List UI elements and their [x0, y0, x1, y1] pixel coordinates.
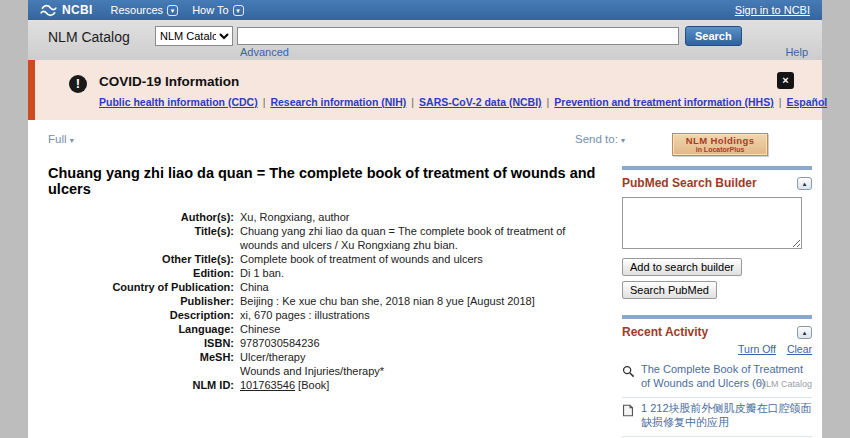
field-value: Di 1 ban. [240, 266, 284, 280]
search-pubmed-button[interactable]: Search PubMed [622, 281, 717, 299]
close-icon[interactable]: × [777, 72, 794, 89]
search-icon [622, 363, 636, 390]
chevron-down-icon: ▾ [621, 136, 625, 145]
field-label: Edition: [48, 266, 240, 280]
pubmed-search-builder-portlet: PubMed Search Builder ▴ Add to search bu… [622, 166, 812, 299]
field-value: xi, 670 pages : illustrations [240, 308, 370, 322]
clear-link[interactable]: Clear [787, 343, 812, 355]
recent-activity-item: 1 212块股前外侧肌皮瓣在口腔颌面缺损修复中的应用 [622, 398, 812, 437]
add-to-search-builder-button[interactable]: Add to search builder [622, 258, 742, 276]
field-row-nlm-id: NLM ID: 101763546 [Book] [48, 378, 602, 392]
chevron-down-icon: ▾ [70, 136, 74, 145]
hhs-link[interactable]: Prevention and treatment information (HH… [554, 96, 773, 108]
search-button[interactable]: Search [685, 26, 742, 46]
field-row-language: Language: Chinese [48, 322, 602, 336]
ncbi-topbar: NCBI Resources ▾ How To ▾ Sign in to NCB… [28, 0, 822, 20]
field-value: Complete book of treatment of wounds and… [240, 252, 483, 266]
howto-menu-label: How To [192, 4, 228, 16]
howto-chevron-icon: ▾ [233, 5, 244, 16]
field-row-authors: Author(s): Xu, Rongxiang, author [48, 210, 602, 224]
collapse-icon[interactable]: ▴ [797, 177, 812, 190]
send-to-label: Send to: [575, 133, 618, 145]
recent-activity-portlet: Recent Activity ▴ Turn Off Clear The Com… [622, 315, 812, 438]
covid-banner-links: Public health information (CDC)|Research… [99, 96, 827, 108]
field-label: Country of Publication: [48, 280, 240, 294]
locatorplus-label: in LocatorPlus [673, 146, 767, 154]
record-title: Chuang yang zhi liao da quan = The compl… [48, 165, 602, 197]
database-select[interactable]: NLM Catalog [155, 26, 233, 46]
field-row-description: Description: xi, 670 pages : illustratio… [48, 308, 602, 322]
send-to-dropdown[interactable]: Send to: ▾ [575, 133, 625, 145]
resources-chevron-icon: ▾ [167, 5, 178, 16]
recent-activity-item: The Complete Book of Treatment of Wounds… [622, 359, 812, 398]
search-input[interactable] [237, 27, 679, 45]
sign-in-link[interactable]: Sign in to NCBI [735, 4, 810, 16]
main-content: Chuang yang zhi liao da quan = The compl… [28, 162, 822, 438]
field-row-mesh: MeSH: Ulcer/therapy Wounds and Injuries/… [48, 350, 602, 378]
record-details: Chuang yang zhi liao da quan = The compl… [48, 162, 602, 438]
ncbi-logo-icon [40, 4, 57, 17]
separator: | [411, 96, 414, 108]
nih-link[interactable]: Research information (NIH) [270, 96, 406, 108]
advanced-link[interactable]: Advanced [240, 46, 289, 58]
separator: | [263, 96, 266, 108]
field-value: China [240, 280, 269, 294]
collapse-icon[interactable]: ▴ [797, 326, 812, 339]
field-row-publisher: Publisher: Beijing : Ke xue chu ban she,… [48, 294, 602, 308]
field-label: NLM ID: [48, 378, 240, 392]
pubmed-builder-title: PubMed Search Builder [622, 176, 812, 190]
nlm-id-link[interactable]: 101763546 [240, 379, 295, 391]
espanol-link[interactable]: Español [786, 96, 827, 108]
recent-activity-title: Recent Activity [622, 325, 812, 339]
field-label: Language: [48, 322, 240, 336]
covid-banner-title: COVID-19 Information [99, 74, 239, 89]
cdc-link[interactable]: Public health information (CDC) [99, 96, 258, 108]
display-mode-label: Full [48, 133, 67, 145]
page-title: NLM Catalog [48, 29, 130, 45]
field-label: Author(s): [48, 210, 240, 224]
field-label: MeSH: [48, 350, 240, 378]
field-label: Title(s): [48, 224, 240, 252]
nlm-holdings-label: NLM Holdings [673, 136, 767, 146]
field-value: 9787030584236 [240, 336, 320, 350]
discovery-sidebar: PubMed Search Builder ▴ Add to search bu… [622, 162, 812, 438]
field-label: Description: [48, 308, 240, 322]
field-value: Ulcer/therapy Wounds and Injuries/therap… [240, 350, 384, 378]
document-icon [622, 402, 636, 429]
mesh-term: Ulcer/therapy [240, 350, 384, 364]
field-value: Chuang yang zhi liao da quan = The compl… [240, 224, 592, 252]
turn-off-link[interactable]: Turn Off [738, 343, 776, 355]
covid-banner: ! COVID-19 Information Public health inf… [28, 60, 822, 120]
separator: | [779, 96, 782, 108]
help-link[interactable]: Help [785, 46, 808, 58]
results-toolbar: Full ▾ Send to: ▾ NLM Holdings in Locato… [28, 120, 822, 162]
field-value: 101763546 [Book] [240, 378, 329, 392]
ncbi-brand[interactable]: NCBI [62, 3, 93, 17]
field-row-isbn: ISBN: 9787030584236 [48, 336, 602, 350]
page: NCBI Resources ▾ How To ▾ Sign in to NCB… [28, 0, 822, 438]
howto-menu[interactable]: How To ▾ [192, 4, 243, 16]
recent-activity-link[interactable]: 1 212块股前外侧肌皮瓣在口腔颌面缺损修复中的应用 [641, 402, 812, 429]
separator: | [547, 96, 550, 108]
field-value: Xu, Rongxiang, author [240, 210, 349, 224]
field-row-other-titles: Other Title(s): Complete book of treatme… [48, 252, 602, 266]
field-label: Other Title(s): [48, 252, 240, 266]
display-settings-dropdown[interactable]: Full ▾ [48, 133, 74, 145]
field-row-edition: Edition: Di 1 ban. [48, 266, 602, 280]
field-label: Publisher: [48, 294, 240, 308]
field-value: Chinese [240, 322, 280, 336]
search-builder-textarea[interactable] [622, 197, 802, 249]
record-type-label: [Book] [295, 379, 329, 391]
resources-menu-label: Resources [111, 4, 164, 16]
field-row-titles: Title(s): Chuang yang zhi liao da quan =… [48, 224, 602, 252]
mesh-term: Wounds and Injuries/therapy* [240, 364, 384, 378]
nlm-holdings-button[interactable]: NLM Holdings in LocatorPlus [672, 133, 768, 156]
recent-activity-source: NLM Catalog [759, 379, 812, 389]
resources-menu[interactable]: Resources ▾ [111, 4, 179, 16]
field-label: ISBN: [48, 336, 240, 350]
search-header: NLM Catalog NLM Catalog Search Advanced … [28, 20, 822, 60]
recent-activity-controls: Turn Off Clear [622, 343, 812, 355]
ncbi-data-link[interactable]: SARS-CoV-2 data (NCBI) [419, 96, 542, 108]
field-row-country: Country of Publication: China [48, 280, 602, 294]
alert-icon: ! [69, 75, 87, 93]
